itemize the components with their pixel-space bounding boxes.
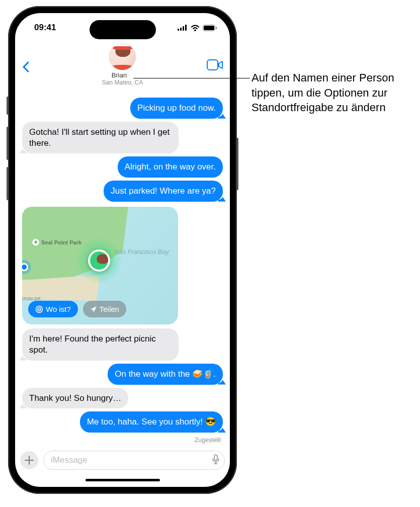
status-time: 09:41 xyxy=(34,23,56,33)
facetime-button[interactable] xyxy=(207,59,223,72)
svg-rect-7 xyxy=(207,60,218,70)
chevron-right-icon: 〉 xyxy=(128,71,133,79)
message-sent[interactable]: Me too, haha. See you shortly! 😎 xyxy=(80,411,223,433)
message-sent[interactable]: Picking up food now. xyxy=(130,98,223,119)
nav-bar: Brian 〉 San Mateo, CA xyxy=(15,42,230,96)
findmy-button[interactable]: Wo ist? xyxy=(28,301,78,317)
contact-location: San Mateo, CA xyxy=(102,79,143,86)
iphone-frame: 09:41 Brian 〉 San Mateo, CA xyxy=(8,6,237,494)
battery-icon xyxy=(203,25,217,31)
findmy-icon xyxy=(35,305,43,313)
callout-text: Auf den Namen einer Person tippen, um di… xyxy=(251,70,412,115)
svg-rect-3 xyxy=(185,25,187,31)
svg-rect-0 xyxy=(178,29,179,31)
side-button xyxy=(7,97,8,115)
power-button xyxy=(237,138,238,190)
contact-name[interactable]: Brian xyxy=(112,71,127,79)
svg-rect-5 xyxy=(204,26,214,30)
message-input[interactable]: iMessage xyxy=(43,451,225,470)
map-poi-label: ✦ Seal Point Park xyxy=(32,239,81,246)
contact-location-pin xyxy=(75,237,123,284)
message-sent[interactable]: Alright, on the way over. xyxy=(118,156,223,178)
svg-rect-2 xyxy=(183,26,184,31)
message-sent[interactable]: On the way with the 🥪🧋. xyxy=(108,364,223,385)
svg-point-10 xyxy=(39,309,40,310)
volume-down-button xyxy=(7,167,8,200)
svg-rect-6 xyxy=(216,27,217,29)
input-placeholder: iMessage xyxy=(51,455,88,465)
volume-up-button xyxy=(7,127,8,160)
message-received[interactable]: Gotcha! I'll start setting up when I get… xyxy=(22,122,179,154)
message-sent[interactable]: Just parked! Where are ya? xyxy=(104,181,223,202)
location-card[interactable]: ✦ Seal Point Park San Francisco Bay NTON… xyxy=(22,207,178,325)
delivered-label: Zugestellt xyxy=(195,437,221,444)
mic-icon xyxy=(212,454,219,464)
home-indicator[interactable] xyxy=(15,473,230,487)
back-button[interactable] xyxy=(22,44,29,76)
message-list[interactable]: Picking up food now. Gotcha! I'll start … xyxy=(15,96,230,448)
message-received[interactable]: Thank you! So hungry… xyxy=(22,388,128,409)
dynamic-island xyxy=(90,20,156,39)
screen: 09:41 Brian 〉 San Mateo, CA xyxy=(15,13,230,487)
map-road-label: NTON DR xyxy=(22,296,41,301)
svg-rect-1 xyxy=(180,28,182,31)
poi-icon: ✦ xyxy=(32,239,39,246)
plus-icon xyxy=(25,456,34,465)
contact-header[interactable]: Brian 〉 San Mateo, CA xyxy=(102,43,143,86)
add-button[interactable] xyxy=(20,451,38,469)
location-arrow-icon xyxy=(90,306,97,313)
cellular-icon xyxy=(178,25,188,31)
contact-avatar[interactable] xyxy=(109,43,136,70)
composer: iMessage xyxy=(15,448,230,473)
callout-leader-line xyxy=(133,78,250,78)
status-indicators xyxy=(178,25,217,31)
svg-rect-11 xyxy=(214,455,217,460)
wifi-icon xyxy=(191,25,200,31)
message-received[interactable]: I'm here! Found the perfect picnic spot. xyxy=(22,328,179,361)
dictation-button[interactable] xyxy=(212,454,219,466)
share-location-button[interactable]: Teilen xyxy=(83,301,126,317)
